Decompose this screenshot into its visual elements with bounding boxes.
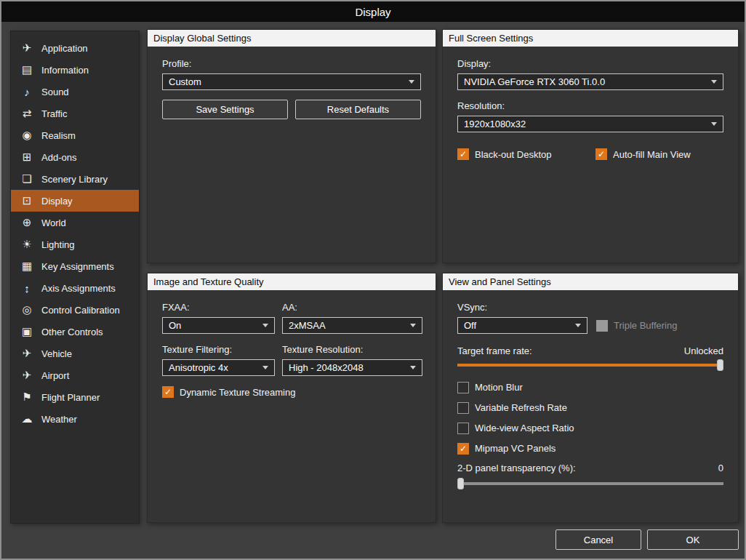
checkbox-checked-icon[interactable]: ✓ (595, 148, 607, 160)
frame-rate-label: Target frame rate: (457, 345, 532, 356)
chevron-down-icon (409, 80, 414, 84)
ok-button[interactable]: OK (647, 529, 739, 550)
sidebar-item-control-calibration[interactable]: ◎Control Calibration (11, 299, 139, 321)
panel-transparency-slider[interactable] (457, 478, 723, 489)
flight-planner-icon: ⚑ (18, 391, 36, 404)
reset-defaults-button[interactable]: Reset Defaults (295, 100, 421, 119)
sidebar-item-flight-planner[interactable]: ⚑Flight Planner (11, 386, 139, 408)
panel-image-texture-quality: Image and Texture Quality FXAA: AA: On 2… (147, 273, 436, 523)
panel-title: Image and Texture Quality (153, 276, 264, 287)
sidebar-item-label: Lighting (41, 239, 75, 250)
sidebar-item-vehicle[interactable]: ✈Vehicle (11, 343, 139, 364)
lighting-icon: ☀ (18, 238, 36, 251)
vsync-dropdown[interactable]: Off (457, 317, 587, 334)
sidebar-item-application[interactable]: ✈Application (11, 37, 139, 59)
window-title: Display (355, 6, 390, 18)
checkbox-label: Auto-fill Main View (613, 149, 691, 160)
sidebar-item-label: Flight Planner (41, 392, 100, 403)
weather-icon: ☁ (18, 412, 36, 425)
sidebar-item-sound[interactable]: ♪Sound (11, 81, 139, 103)
checkbox-checked-icon[interactable]: ✓ (457, 148, 469, 160)
sidebar-item-label: Sound (41, 87, 69, 97)
sidebar-item-realism[interactable]: ◉Realism (11, 124, 139, 146)
sidebar-item-label: Information (41, 65, 89, 76)
cancel-button[interactable]: Cancel (556, 529, 641, 550)
profile-dropdown[interactable]: Custom (162, 73, 421, 90)
sidebar-item-airport[interactable]: ✈Airport (11, 364, 139, 386)
sidebar-item-scenery-library[interactable]: ❏Scenery Library (11, 168, 139, 190)
other-controls-icon: ▣ (18, 325, 36, 338)
sidebar-item-label: Other Controls (41, 327, 103, 337)
panel-header: Display Global Settings (148, 30, 436, 47)
sidebar-item-key-assignments[interactable]: ▦Key Assignments (11, 255, 139, 277)
fxaa-dropdown[interactable]: On (162, 317, 275, 334)
sidebar-item-traffic[interactable]: ⇄Traffic (11, 103, 139, 124)
sidebar-item-label: World (41, 217, 66, 228)
panel-display-global-settings: Display Global Settings Profile: Custom … (147, 29, 436, 263)
wide-view-aspect-ratio-checkbox[interactable]: Wide-view Aspect Ratio (457, 422, 723, 434)
control-calibration-icon: ◎ (18, 303, 36, 316)
texture-resolution-label: Texture Resolution: (282, 344, 422, 355)
motion-blur-checkbox[interactable]: Motion Blur (457, 381, 723, 393)
panel-header: Full Screen Settings (443, 30, 738, 47)
realism-icon: ◉ (18, 129, 36, 142)
checkbox-unchecked-icon[interactable] (457, 423, 469, 434)
sidebar-item-display[interactable]: ⊡Display (11, 190, 139, 212)
checkbox-checked-icon[interactable]: ✓ (162, 386, 174, 398)
panel-title: Full Screen Settings (449, 33, 533, 44)
slider-thumb[interactable] (457, 478, 464, 489)
profile-dropdown-value: Custom (169, 76, 201, 87)
sidebar-item-label: Display (41, 196, 73, 207)
save-settings-button[interactable]: Save Settings (162, 100, 288, 119)
resolution-dropdown[interactable]: 1920x1080x32 (457, 116, 723, 132)
sidebar-item-world[interactable]: ⊕World (11, 212, 139, 233)
target-frame-rate-slider[interactable] (457, 359, 723, 371)
sidebar-item-label: Traffic (41, 108, 67, 119)
autofill-main-view-checkbox[interactable]: ✓ Auto-fill Main View (595, 148, 691, 160)
aa-label: AA: (282, 302, 422, 313)
checkbox-label: Variable Refresh Rate (475, 402, 567, 413)
frame-rate-value-label: Unlocked (684, 345, 723, 356)
sidebar-item-lighting[interactable]: ☀Lighting (11, 233, 139, 255)
checkbox-checked-icon[interactable]: ✓ (457, 443, 469, 455)
texture-filtering-label: Texture Filtering: (162, 344, 275, 355)
texture-filtering-dropdown[interactable]: Anisotropic 4x (162, 359, 275, 376)
chevron-down-icon (711, 80, 717, 84)
checkbox-unchecked-icon[interactable] (457, 382, 469, 393)
checkbox-label: Black-out Desktop (475, 149, 552, 160)
sound-icon: ♪ (18, 86, 36, 98)
sidebar-item-label: Axis Assignments (41, 283, 116, 294)
sidebar-item-weather[interactable]: ☁Weather (11, 408, 139, 430)
variable-refresh-rate-checkbox[interactable]: Variable Refresh Rate (457, 401, 723, 414)
display-adapter-dropdown-value: NVIDIA GeForce RTX 3060 Ti.0.0 (464, 76, 605, 87)
blackout-desktop-checkbox[interactable]: ✓ Black-out Desktop (457, 148, 595, 160)
fxaa-dropdown-value: On (169, 320, 181, 331)
sidebar-item-label: Application (41, 43, 88, 54)
slider-track (457, 364, 723, 367)
resolution-label: Resolution: (457, 100, 723, 111)
axis-assignments-icon: ↕ (18, 282, 36, 295)
display-adapter-dropdown[interactable]: NVIDIA GeForce RTX 3060 Ti.0.0 (457, 73, 723, 90)
world-icon: ⊕ (18, 216, 36, 229)
vsync-label: VSync: (457, 302, 723, 313)
key-assignments-icon: ▦ (18, 260, 36, 273)
dynamic-texture-streaming-checkbox[interactable]: ✓ Dynamic Texture Streaming (162, 386, 421, 398)
mipmap-vc-panels-checkbox[interactable]: ✓ Mipmap VC Panels (457, 442, 723, 455)
panel-view-panel-settings: View and Panel Settings VSync: Off Tripl… (442, 273, 739, 523)
sidebar-item-label: Vehicle (41, 348, 72, 359)
display-adapter-label: Display: (457, 58, 723, 69)
checkbox-label: Dynamic Texture Streaming (180, 387, 295, 398)
sidebar-item-label: Airport (41, 370, 69, 381)
sidebar-item-other-controls[interactable]: ▣Other Controls (11, 321, 139, 343)
aa-dropdown[interactable]: 2xMSAA (282, 317, 422, 334)
sidebar-item-label: Control Calibration (41, 305, 120, 316)
checkbox-unchecked-icon[interactable] (457, 402, 469, 414)
sidebar-item-axis-assignments[interactable]: ↕Axis Assignments (11, 277, 139, 299)
texture-filtering-dropdown-value: Anisotropic 4x (169, 362, 228, 373)
checkbox-label: Wide-view Aspect Ratio (475, 423, 574, 433)
panel-title: Display Global Settings (153, 33, 251, 44)
sidebar-item-addons[interactable]: ⊞Add-ons (11, 146, 139, 168)
sidebar-item-information[interactable]: ▤Information (11, 59, 139, 81)
texture-resolution-dropdown[interactable]: High - 2048x2048 (282, 359, 422, 376)
slider-thumb[interactable] (717, 359, 723, 371)
